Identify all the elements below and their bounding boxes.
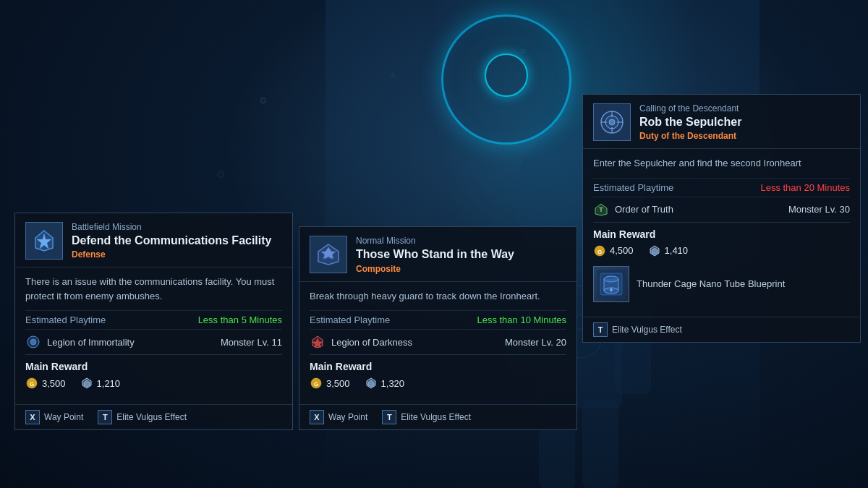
card3-faction-icon: T [593,202,609,218]
card3-faction-row: T Order of Truth Monster Lv. 30 [593,197,850,222]
card2-header-text: Normal Mission Those Who Stand in the Wa… [356,236,566,273]
card2-playtime-value: Less than 10 Minutes [477,314,566,325]
battlefield-icon [31,228,57,254]
card-battlefield-mission: Battlefield Mission Defend the Communica… [14,213,293,430]
card2-waypoint-key: X [310,410,324,424]
card2-gold-value: 3,500 [326,378,350,389]
card1-gold-value: 3,500 [42,378,66,389]
crystal-icon [80,377,93,390]
card2-faction-row: Legion of Darkness Monster Lv. 20 [310,329,566,354]
card3-mission-type: Calling of the Descendant [639,103,850,114]
card1-header-text: Battlefield Mission Defend the Communica… [72,222,282,260]
card3-wrapper: Calling of the Descendant Rob the Sepulc… [582,94,861,343]
card-normal-mission: Normal Mission Those Who Stand in the Wa… [299,226,577,430]
card2-reward-section: Main Reward G 3,500 [310,354,566,397]
card3-blueprint-name: Thunder Cage Nano Tube Blueprint [637,278,785,289]
card2-playtime-label: Estimated Playtime [310,314,390,325]
card2-crystal-value: 1,320 [381,378,405,389]
helmet-glow [441,14,571,145]
card1-currency2: 1,210 [80,377,121,390]
card2-gold-icon: G [310,377,323,390]
card1-body: There is an issue with the communication… [15,267,292,404]
card3-playtime-row: Estimated Playtime Less than 20 Minutes [593,178,850,197]
card1-faction-name: Legion of Immortality [47,337,135,348]
card1-elite-key: T [98,410,112,424]
card3-reward-section: Main Reward G 4,500 [593,222,850,309]
card1-monster-level: Monster Lv. 11 [221,337,282,348]
card1-elite-label: Elite Vulgus Effect [116,412,187,422]
gold-icon: G [25,377,38,390]
card3-crystal-value: 1,410 [665,245,689,256]
card2-playtime-row: Estimated Playtime Less than 10 Minutes [310,310,566,329]
card2-monster-level: Monster Lv. 20 [505,337,566,348]
card1-crystal-value: 1,210 [97,378,121,389]
card1-faction-icon [25,334,41,350]
svg-rect-5 [582,401,618,488]
svg-text:G: G [30,381,34,388]
card1-waypoint-btn[interactable]: X Way Point [25,410,83,424]
card3-header: Calling of the Descendant Rob the Sepulc… [583,95,860,149]
card2-elite-key: T [382,410,396,424]
descendant-icon [599,109,625,135]
card1-currency1: G 3,500 [25,377,66,390]
card2-mission-tag: Composite [356,264,566,274]
card2-currency2: 1,320 [365,377,405,390]
card2-elite-label: Elite Vulgus Effect [401,412,471,422]
card2-reward-title: Main Reward [310,361,566,372]
card3-elite-label: Elite Vulgus Effect [612,325,682,335]
card3-gold-value: 4,500 [610,245,634,256]
card3-gold-icon: G [593,244,606,257]
card2-mission-name: Those Who Stand in the Way [356,247,566,261]
normal-mission-icon [315,241,341,267]
card1-waypoint-key: X [25,410,40,424]
card1-elite-btn[interactable]: T Elite Vulgus Effect [98,410,187,424]
card3-header-text: Calling of the Descendant Rob the Sepulc… [639,103,850,141]
blueprint-icon [593,266,629,302]
svg-text:T: T [599,206,603,213]
card3-elite-key: T [593,322,608,337]
card1-currencies: G 3,500 1,210 [25,377,282,390]
card3-mission-tag: Duty of the Descendant [639,131,850,141]
card3-currencies: G 4,500 1,410 [593,244,850,257]
card1-faction-info: Legion of Immortality [25,334,135,350]
card2-icon [310,236,347,273]
card2-waypoint-btn[interactable]: X Way Point [310,410,367,424]
card2-faction-name: Legion of Darkness [331,337,412,348]
card1-icon [25,222,63,260]
card1-header: Battlefield Mission Defend the Communica… [15,213,292,267]
card3-crystal-icon [648,244,661,257]
darkness-icon [310,335,325,349]
card2-crystal-icon [365,377,378,390]
card3-currency2: 1,410 [648,244,689,257]
card2-currency1: G 3,500 [310,377,350,390]
card3-body: Enter the Sepulcher and find the second … [583,149,860,317]
card1-waypoint-label: Way Point [44,412,83,422]
card1-footer: X Way Point T Elite Vulgus Effect [15,404,292,429]
card2-faction-icon [310,334,326,350]
card3-playtime-label: Estimated Playtime [593,182,673,193]
card3-icon [593,103,631,141]
svg-text:G: G [314,381,318,388]
card1-mission-tag: Defense [72,249,282,260]
svg-point-12 [30,339,36,345]
card2-waypoint-label: Way Point [328,412,367,422]
card2-elite-btn[interactable]: T Elite Vulgus Effect [382,410,471,424]
card2-faction-info: Legion of Darkness [310,334,412,350]
card3-description: Enter the Sepulcher and find the second … [593,156,850,171]
card1-mission-name: Defend the Communications Facility [72,234,282,247]
card3-faction-info: T Order of Truth [593,202,673,218]
card3-footer: T Elite Vulgus Effect [583,317,860,342]
card1-reward-section: Main Reward G 3,500 [25,354,282,397]
card3-currency1: G 4,500 [593,244,634,257]
card3-mission-name: Rob the Sepulcher [639,115,850,129]
card1-playtime-value: Less than 5 Minutes [198,314,282,325]
card3-elite-btn[interactable]: T Elite Vulgus Effect [593,322,682,337]
svg-point-28 [609,119,615,125]
card1-playtime-label: Estimated Playtime [25,314,106,325]
card1-faction-row: Legion of Immortality Monster Lv. 11 [25,329,282,354]
card2-header: Normal Mission Those Who Stand in the Wa… [299,227,576,281]
svg-text:G: G [597,249,602,255]
card3-reward-title: Main Reward [593,228,850,240]
helmet-inner [485,53,528,97]
immortality-icon [26,335,41,349]
